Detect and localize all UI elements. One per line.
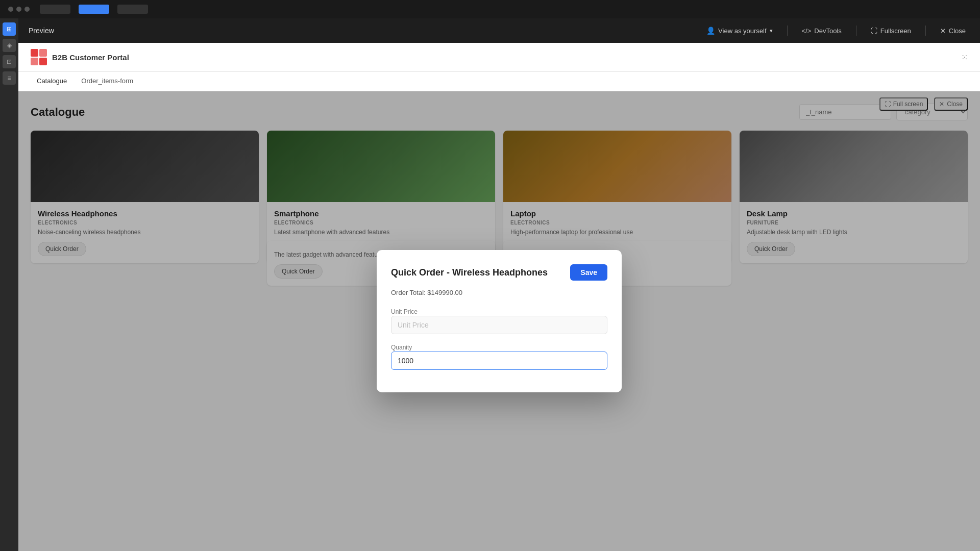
fullscreen-button[interactable]: ⛶ Fullscreen (867, 25, 915, 37)
preview-window: Preview 👤 View as yourself ▾ </> DevTool… (18, 18, 980, 551)
header-icons: ⁙ (961, 53, 968, 62)
inner-app: B2B Customer Portal ⁙ Catalogue Order_it… (18, 43, 980, 551)
fullscreen-icon: ⛶ (871, 27, 877, 35)
sidebar-icon-home[interactable]: ⊞ (3, 22, 16, 36)
quantity-input[interactable] (391, 352, 607, 370)
brand: B2B Customer Portal (31, 49, 129, 65)
preview-topbar: Preview 👤 View as yourself ▾ </> DevTool… (18, 18, 980, 43)
subnav-catalogue[interactable]: Catalogue (31, 72, 73, 91)
sidebar-icon-3[interactable]: ⊡ (3, 55, 16, 68)
close-button[interactable]: ✕ Close (936, 25, 970, 37)
divider-3 (925, 26, 926, 36)
preview-label: Preview (29, 27, 54, 35)
inner-content: ⛶ Full screen ✕ Close Catalogue category (18, 91, 980, 551)
sidebar-icon-2[interactable]: ◈ (3, 39, 16, 52)
modal-save-button[interactable]: Save (570, 264, 607, 281)
chevron-down-icon: ▾ (770, 28, 773, 34)
modal-header: Quick Order - Wireless Headphones Save (391, 264, 607, 281)
code-icon: </> (802, 27, 812, 35)
quick-order-modal: Quick Order - Wireless Headphones Save O… (377, 250, 622, 392)
inner-subnav: Catalogue Order_items-form (18, 72, 980, 91)
topbar-tab-active (79, 5, 109, 14)
preview-actions: 👤 View as yourself ▾ </> DevTools ⛶ Full… (702, 24, 970, 37)
unit-price-input[interactable] (391, 316, 607, 334)
topbar-tab-2 (117, 5, 148, 14)
brand-logo (31, 49, 47, 65)
divider (787, 26, 788, 36)
sidebar-icon-4[interactable]: ≡ (3, 71, 16, 85)
divider-2 (856, 26, 856, 36)
topbar-tab (40, 5, 70, 14)
unit-price-label: Unit Price (391, 308, 418, 315)
left-sidebar: ⊞ ◈ ⊡ ≡ (0, 18, 18, 551)
view-as-yourself-button[interactable]: 👤 View as yourself ▾ (702, 24, 776, 37)
unit-price-field: Unit Price (391, 307, 607, 334)
close-icon: ✕ (940, 27, 946, 35)
order-total: Order Total: $149990.00 (391, 289, 607, 296)
subnav-order-items[interactable]: Order_items-form (75, 72, 139, 91)
quantity-field: Quanity (391, 342, 607, 370)
quantity-label: Quanity (391, 344, 412, 351)
preview-content: B2B Customer Portal ⁙ Catalogue Order_it… (18, 43, 980, 551)
brand-name: B2B Customer Portal (52, 53, 129, 62)
topbar-dot-1 (8, 7, 13, 12)
topbar-dot-3 (24, 7, 30, 12)
inner-header: B2B Customer Portal ⁙ (18, 43, 980, 72)
grid-dots-icon: ⁙ (961, 53, 968, 62)
devtools-button[interactable]: </> DevTools (798, 25, 846, 37)
modal-title: Quick Order - Wireless Headphones (391, 267, 548, 278)
person-icon: 👤 (706, 27, 715, 35)
header-right: ⁙ (961, 53, 968, 62)
topbar-dot-2 (16, 7, 21, 12)
modal-overlay: Quick Order - Wireless Headphones Save O… (18, 91, 980, 551)
